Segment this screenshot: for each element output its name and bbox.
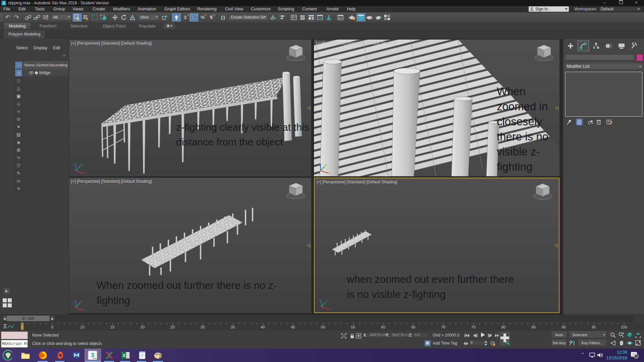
close-button[interactable]: ×	[633, 0, 640, 6]
explorer-sort-header[interactable]: Name (Sorted Ascending)	[23, 61, 68, 69]
viewport-bottom-right[interactable]: [+] [Perspective] [Standard] [Default Sh…	[314, 178, 559, 313]
object-name-field[interactable]	[565, 54, 634, 60]
filter-list-icon[interactable]: ≡	[15, 185, 22, 192]
viewport-label[interactable]: [+] [Perspective] [Standard] [Default Sh…	[317, 180, 397, 184]
filter-geometry-icon[interactable]: ◎	[15, 69, 22, 77]
ref-coord-dropdown[interactable]: View	[138, 14, 159, 20]
select-object-icon[interactable]	[73, 13, 82, 21]
key-filters-button[interactable]: Key Filters...	[578, 340, 607, 346]
filter-containers-icon[interactable]: ▤	[15, 131, 22, 138]
tab-hierarchy[interactable]	[590, 40, 602, 52]
mirror-icon[interactable]	[269, 13, 278, 21]
filter-particles-icon[interactable]: ✶	[15, 123, 22, 131]
orbit-icon[interactable]	[626, 340, 633, 346]
select-move-icon[interactable]	[111, 13, 119, 21]
mini-curve-editor-icon[interactable]	[3, 323, 13, 330]
menu-scripting[interactable]: Scripting	[278, 6, 294, 12]
y-coordinate-field[interactable]: 364778.81	[390, 332, 406, 338]
viewport-label[interactable]: [+] [Perspective] [Standard] [Default Sh…	[71, 41, 152, 46]
set-key-button[interactable]: Set Key	[551, 340, 567, 346]
absolute-offset-toggle-icon[interactable]	[355, 333, 362, 339]
menu-arnold[interactable]: Arnold	[326, 6, 338, 12]
tab-modify[interactable]	[577, 40, 589, 52]
maximize-viewport-icon[interactable]	[634, 340, 642, 346]
viewport-label[interactable]: [+] [Perspective] [Standard] [Default Sh…	[316, 41, 396, 46]
paint-icon[interactable]	[154, 351, 163, 360]
filter-cameras-icon[interactable]: ▣	[15, 92, 22, 100]
origin-icon[interactable]	[56, 351, 65, 360]
menu-group[interactable]: Group	[53, 6, 65, 12]
select-by-name-icon[interactable]	[82, 13, 90, 21]
rendered-frame-window-icon[interactable]	[357, 13, 365, 21]
render-setup-icon[interactable]	[348, 13, 357, 21]
prev-frame-arrow[interactable]: ◀	[2, 316, 7, 321]
next-frame-arrow[interactable]: ▶	[50, 316, 55, 321]
zoom-extents-icon[interactable]	[626, 331, 633, 338]
selection-filter-dropdown[interactable]: All	[51, 14, 72, 20]
view-cube[interactable]	[285, 43, 307, 62]
menu-civil-view[interactable]: Civil View	[225, 6, 243, 12]
view-cube[interactable]	[532, 182, 553, 201]
window-crossing-icon[interactable]	[99, 13, 108, 21]
view-cube[interactable]	[285, 181, 307, 200]
filter-bones-icon[interactable]: ⊙	[15, 115, 22, 123]
menu-content[interactable]: Content	[302, 6, 317, 12]
menu-edit[interactable]: Edit	[18, 6, 26, 12]
view-cube[interactable]	[533, 43, 555, 62]
explorer-menu-edit[interactable]: Edit	[53, 46, 60, 50]
set-keys-button[interactable]	[499, 332, 511, 347]
sign-in-button[interactable]: Sign In	[529, 6, 569, 12]
layer-manager-icon[interactable]	[289, 13, 298, 21]
redo-icon[interactable]: ↷	[12, 13, 21, 21]
next-frame-icon[interactable]	[486, 332, 494, 339]
render-iterative-icon[interactable]	[374, 13, 383, 21]
workspace-dropdown[interactable]: Default	[598, 6, 641, 12]
ribbon-tab-freeform[interactable]: Freeform	[35, 23, 61, 29]
minimize-button[interactable]: –	[601, 0, 608, 6]
filter-groups-icon[interactable]: ◈	[15, 138, 22, 146]
rect-selection-region-icon[interactable]	[90, 13, 99, 21]
unlink-icon[interactable]	[33, 13, 41, 21]
clip-plane-marker[interactable]: ◁	[307, 242, 310, 248]
scene-layers-icon[interactable]	[298, 13, 307, 21]
menu-modifiers[interactable]: Modifiers	[113, 6, 130, 12]
clip-plane-marker[interactable]: ◁	[554, 242, 558, 248]
dope-sheet-icon[interactable]	[324, 13, 333, 21]
tray-chevron-icon[interactable]: ⌃	[581, 352, 585, 357]
ribbon-tab-populate[interactable]: Populate	[134, 23, 160, 29]
explorer-menu-display[interactable]: Display	[34, 46, 47, 50]
z-coordinate-field[interactable]: 0.0	[413, 332, 429, 338]
menu-help[interactable]: Help	[347, 6, 356, 12]
explorer-menu-overflow[interactable]: »	[63, 53, 65, 58]
maxscript-mini-listener[interactable]: MAXScript Mi	[1, 340, 28, 348]
select-link-icon[interactable]	[24, 13, 33, 21]
viewport-top-right[interactable]: [+] [Perspective] [Standard] [Default Sh…	[314, 40, 559, 176]
network-icon[interactable]	[589, 352, 596, 359]
auto-key-button[interactable]: Auto Key	[551, 331, 567, 338]
menu-create[interactable]: Create	[93, 6, 105, 12]
ribbon-tab-modeling[interactable]: Modeling	[4, 23, 31, 29]
tab-motion[interactable]	[603, 40, 615, 52]
field-of-view-icon[interactable]	[609, 340, 616, 346]
show-end-result-icon[interactable]	[587, 119, 594, 125]
angle-snap-icon[interactable]: ∟?	[190, 13, 198, 21]
keyframe-icon[interactable]	[569, 340, 576, 346]
viewport-top-left[interactable]: [+] [Perspective] [Standard] [Default Sh…	[69, 40, 311, 176]
polygon-modeling-panel[interactable]: Polygon Modeling	[4, 31, 45, 38]
menu-file[interactable]: File	[3, 6, 10, 12]
select-place-icon[interactable]	[172, 13, 181, 21]
menu-views[interactable]: Views	[72, 6, 84, 12]
tab-utilities[interactable]	[628, 40, 640, 52]
filter-lights-icon[interactable]: △	[15, 84, 22, 92]
named-sets-icon[interactable]: {⁄}	[219, 13, 227, 21]
spinner-snap-icon[interactable]: ⇅?	[207, 13, 216, 21]
select-scale-icon[interactable]	[128, 13, 137, 21]
ribbon-tab-object-paint[interactable]: Object Paint	[98, 23, 130, 29]
excel-icon[interactable]: X	[121, 351, 130, 360]
time-configuration-icon[interactable]	[489, 340, 496, 347]
tab-create[interactable]	[565, 40, 577, 52]
selection-set-dropdown[interactable]: Selected	[569, 331, 607, 338]
configure-modifier-sets-icon[interactable]	[606, 119, 613, 125]
modifier-list-dropdown[interactable]: Modifier List	[565, 63, 643, 70]
schematic-view-icon[interactable]	[336, 13, 345, 21]
